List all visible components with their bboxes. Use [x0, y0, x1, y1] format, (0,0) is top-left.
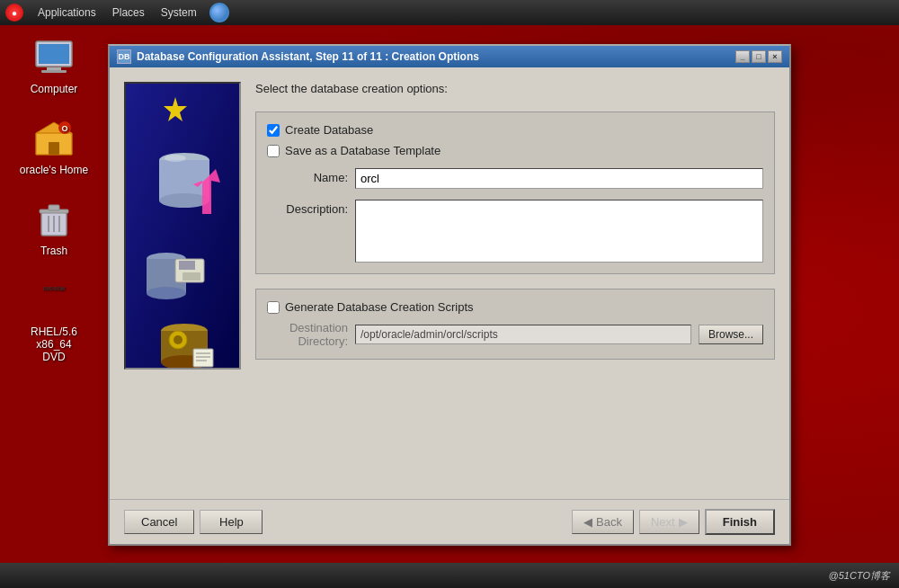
dialog-instruction: Select the database creation options:	[255, 82, 775, 95]
back-arrow-icon: ◀	[583, 515, 592, 529]
dialog-icon: DB	[117, 49, 131, 64]
destination-label: Destination Directory:	[267, 321, 348, 348]
description-textarea[interactable]	[355, 200, 763, 263]
dialog-overlay: DB Database Configuration Assistant, Ste…	[0, 27, 899, 563]
svg-point-22	[165, 155, 186, 162]
create-db-row: Create Database	[267, 123, 763, 137]
titlebar-left: DB Database Configuration Assistant, Ste…	[117, 49, 479, 64]
maximize-button[interactable]: □	[752, 50, 766, 63]
finish-button[interactable]: Finish	[705, 509, 775, 535]
help-button[interactable]: Help	[200, 510, 263, 534]
destination-input	[355, 325, 691, 344]
svg-point-26	[147, 287, 186, 299]
name-field-row: Name:	[267, 168, 763, 189]
back-label: Back	[596, 515, 622, 529]
close-button[interactable]: ×	[768, 50, 782, 63]
dialog-titlebar: DB Database Configuration Assistant, Ste…	[110, 46, 789, 67]
menu-applications[interactable]: Applications	[31, 4, 103, 21]
svg-point-34	[174, 335, 182, 344]
next-arrow-icon: ▶	[679, 515, 688, 529]
next-label: Next	[651, 515, 675, 529]
taskbar: ● Applications Places System	[0, 0, 899, 25]
save-template-label[interactable]: Save as a Database Template	[285, 144, 441, 157]
svg-rect-28	[179, 261, 195, 270]
minimize-button[interactable]: _	[735, 50, 750, 63]
name-label: Name:	[267, 168, 348, 184]
taskbar-logo: ●	[5, 4, 23, 22]
dialog-illustration	[124, 82, 241, 370]
dialog-content: Select the database creation options: Cr…	[255, 82, 775, 485]
illustration-svg	[126, 84, 241, 370]
titlebar-controls: _ □ ×	[735, 50, 782, 63]
dialog-footer: Cancel Help ◀ Back Next ▶ Finish	[110, 499, 789, 544]
menu-places[interactable]: Places	[105, 4, 152, 21]
generate-scripts-row: Generate Database Creation Scripts	[267, 300, 763, 314]
menu-system[interactable]: System	[154, 4, 204, 21]
name-input[interactable]	[355, 168, 763, 189]
options-section: Create Database Save as a Database Templ…	[255, 111, 775, 274]
bottom-bar: @51CTO博客	[0, 563, 899, 588]
save-template-checkbox[interactable]	[267, 145, 280, 157]
footer-left-buttons: Cancel Help	[124, 510, 263, 534]
create-db-checkbox[interactable]	[267, 124, 280, 137]
back-button[interactable]: ◀ Back	[572, 510, 634, 534]
browse-button[interactable]: Browse...	[699, 325, 763, 344]
dialog-window: DB Database Configuration Assistant, Ste…	[108, 44, 791, 546]
save-template-row: Save as a Database Template	[267, 144, 763, 157]
create-db-label[interactable]: Create Database	[285, 123, 373, 137]
generate-scripts-checkbox[interactable]	[267, 301, 280, 314]
next-button[interactable]: Next ▶	[639, 510, 699, 534]
taskbar-globe-icon	[209, 3, 229, 22]
cancel-button[interactable]: Cancel	[124, 510, 194, 534]
dialog-body: Select the database creation options: Cr…	[110, 67, 789, 499]
destination-row: Destination Directory: Browse...	[267, 321, 763, 348]
description-label: Description:	[267, 200, 348, 216]
svg-rect-29	[182, 272, 200, 281]
svg-point-21	[159, 193, 209, 208]
generate-scripts-label[interactable]: Generate Database Creation Scripts	[285, 300, 474, 314]
description-field-row: Description:	[267, 200, 763, 263]
dialog-title: Database Configuration Assistant, Step 1…	[137, 50, 479, 63]
svg-rect-35	[193, 349, 213, 367]
bottom-bar-text: @51CTO博客	[829, 569, 890, 583]
scripts-section: Generate Database Creation Scripts Desti…	[255, 289, 775, 360]
footer-right-buttons: ◀ Back Next ▶ Finish	[572, 509, 775, 535]
